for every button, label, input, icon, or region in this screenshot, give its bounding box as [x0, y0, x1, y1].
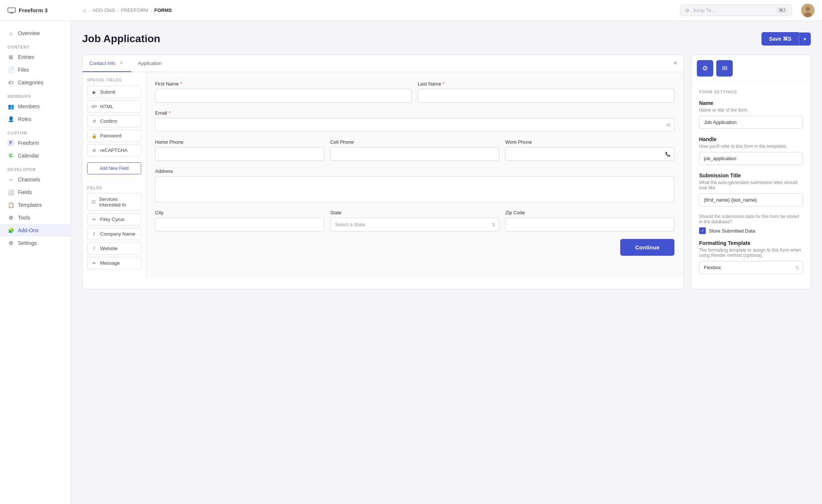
city-input[interactable]	[155, 218, 324, 231]
breadcrumb-sep-1: ›	[89, 7, 90, 13]
sidebar-item-tools[interactable]: ⚙ Tools	[0, 211, 71, 224]
categories-icon: 🏷	[7, 79, 14, 86]
email-group: Email * ✉	[155, 110, 674, 132]
breadcrumb-addons[interactable]: ADD-ONS	[92, 7, 115, 13]
settings-submission-title-label: Submission Title	[699, 172, 803, 178]
settings-submission-title-input[interactable]	[699, 193, 803, 206]
field-message[interactable]: ✏ Message	[87, 257, 141, 269]
store-data-checkbox[interactable]: ✓	[699, 227, 706, 234]
user-avatar[interactable]	[801, 4, 815, 17]
form-settings-email-button[interactable]: ✉	[716, 60, 733, 77]
search-icon: ⚙	[685, 7, 690, 13]
sidebar-item-templates[interactable]: 📋 Templates	[0, 199, 71, 211]
breadcrumb-forms[interactable]: FORMS	[154, 7, 172, 13]
special-field-confirm[interactable]: ↺ Confirm	[87, 115, 141, 127]
home-phone-label: Home Phone	[155, 139, 324, 145]
store-data-label: Store Submitted Data	[709, 228, 755, 234]
email-input[interactable]	[155, 118, 674, 132]
tab-application[interactable]: Application	[131, 55, 169, 72]
home-icon[interactable]: ⌂	[83, 7, 86, 13]
sidebar-item-members[interactable]: 👥 Members	[0, 100, 71, 113]
field-website-label: Website	[100, 246, 118, 251]
work-phone-group: Work Phone 📞	[505, 139, 674, 161]
settings-handle-label: Handle	[699, 136, 803, 142]
save-button[interactable]: Save ⌘S	[761, 32, 799, 46]
settings-body: FORM SETTINGS Name Name or title of the …	[692, 82, 810, 289]
address-input[interactable]	[155, 176, 674, 202]
state-select[interactable]: Select a State	[330, 218, 500, 231]
special-field-recaptcha[interactable]: ⊘ reCAPTCHA	[87, 144, 141, 156]
sidebar-item-calendar[interactable]: C Calendar	[0, 149, 71, 162]
field-services[interactable]: ☑ Services Interested In	[87, 193, 141, 211]
sidebar-item-overview[interactable]: ⌂ Overview	[0, 27, 71, 40]
tab-add-button[interactable]: +	[667, 59, 683, 67]
city-group: City	[155, 210, 324, 231]
sidebar-members-label: Members	[18, 103, 40, 109]
settings-handle-hint: How you'll refer to this form in the tem…	[699, 144, 803, 149]
monitor-icon	[7, 7, 16, 13]
tab-close-contact-info[interactable]: ✕	[118, 60, 124, 66]
sidebar-item-addons[interactable]: 🧩 Add-Ons	[0, 224, 71, 237]
state-group: State Select a State	[330, 210, 500, 231]
store-submitted-data-row[interactable]: ✓ Store Submitted Data	[699, 227, 803, 234]
tabs-bar: Contact Info ✕ Application +	[83, 55, 683, 72]
jump-to-text: Jump To...	[693, 7, 774, 13]
email-icon: ✉	[666, 122, 671, 128]
sidebar-item-channels[interactable]: ↔ Channels	[0, 173, 71, 186]
field-filey-cyrus[interactable]: ✏ Filey Cyrus	[87, 213, 141, 225]
special-field-password[interactable]: 🔒 Password	[87, 130, 141, 142]
field-company-name[interactable]: I Company Name	[87, 228, 141, 240]
breadcrumb-sep-2: ›	[117, 7, 118, 13]
tab-application-label: Application	[138, 60, 162, 66]
address-label: Address	[155, 168, 674, 174]
sidebar-item-fields[interactable]: ⬜ Fields	[0, 186, 71, 199]
sidebar-item-settings[interactable]: ⚙ Settings	[0, 237, 71, 249]
tab-contact-info[interactable]: Contact Info ✕	[83, 55, 131, 72]
form-canvas: First Name * Last Name *	[146, 72, 683, 277]
jump-to-input[interactable]: ⚙ Jump To... ⌘J	[680, 4, 792, 16]
channels-icon: ↔	[7, 176, 14, 183]
continue-button[interactable]: Continue	[620, 239, 674, 256]
special-field-html[interactable]: </> HTML	[87, 100, 141, 113]
settings-submission-title-group: Submission Title What the auto-generated…	[699, 172, 803, 206]
formatting-template-select[interactable]: Flexbox Bootstrap Custom	[699, 261, 803, 274]
sidebar-item-categories[interactable]: 🏷 Categories	[0, 76, 71, 89]
tab-contact-info-label: Contact Info	[89, 60, 115, 66]
fields-icon: ⬜	[7, 189, 14, 196]
sidebar-item-entries[interactable]: ⊞ Entries	[0, 51, 71, 63]
last-name-group: Last Name *	[418, 81, 674, 103]
cell-phone-input[interactable]	[330, 147, 500, 161]
sidebar-freeform-label: Freeform	[18, 140, 39, 146]
last-name-input[interactable]	[418, 89, 674, 103]
state-label: State	[330, 210, 500, 215]
zip-group: Zip Code	[505, 210, 674, 231]
tools-icon: ⚙	[7, 214, 14, 221]
sidebar-item-freeform[interactable]: F Freeform	[0, 137, 71, 149]
special-field-recaptcha-label: reCAPTCHA	[100, 147, 128, 153]
work-phone-wrap: 📞	[505, 147, 674, 161]
save-dropdown-button[interactable]: ▾	[799, 32, 811, 46]
first-name-input[interactable]	[155, 89, 412, 103]
form-builder-panel: Contact Info ✕ Application + SPECIAL FIE…	[82, 55, 684, 289]
first-name-required: *	[180, 81, 182, 87]
settings-name-input[interactable]	[699, 116, 803, 129]
city-label: City	[155, 210, 324, 215]
form-settings-gear-button[interactable]: ⚙	[697, 60, 713, 77]
add-field-button[interactable]: Add New Field	[87, 162, 141, 174]
sidebar-calendar-label: Calendar	[18, 153, 39, 159]
work-phone-input[interactable]	[505, 147, 674, 161]
special-field-submit[interactable]: ▶ Submit	[87, 86, 141, 98]
breadcrumb-freeform[interactable]: FREEFORM	[121, 7, 148, 13]
sidebar-item-roles[interactable]: 👤 Roles	[0, 113, 71, 125]
email-label: Email *	[155, 110, 674, 116]
sidebar-categories-label: Categories	[18, 80, 43, 85]
home-phone-input[interactable]	[155, 147, 324, 161]
sidebar: ⌂ Overview CONTENT ⊞ Entries 📄 Files 🏷 C…	[0, 21, 71, 504]
form-row-address: Address	[155, 168, 674, 202]
settings-name-group: Name Name or title of the form.	[699, 100, 803, 129]
sidebar-item-files[interactable]: 📄 Files	[0, 63, 71, 76]
field-website[interactable]: I Website	[87, 242, 141, 255]
settings-handle-input[interactable]	[699, 152, 803, 165]
zip-input[interactable]	[505, 218, 674, 231]
submit-icon: ▶	[91, 90, 97, 95]
